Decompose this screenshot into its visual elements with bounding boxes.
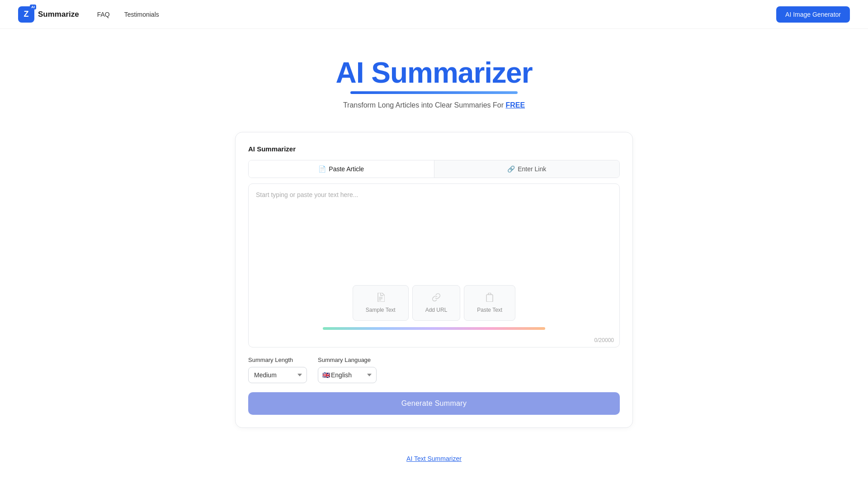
navbar: Z AI Summarize FAQ Testimonials AI Image… xyxy=(0,0,868,29)
card-title: AI Summarizer xyxy=(248,145,620,153)
hero-free-link[interactable]: FREE xyxy=(505,101,525,109)
text-input-area: Sample Text Add URL Past xyxy=(248,183,620,347)
nav-testimonials[interactable]: Testimonials xyxy=(124,11,159,18)
summary-language-label: Summary Language xyxy=(318,357,377,363)
article-textarea[interactable] xyxy=(249,184,619,283)
sample-text-button[interactable]: Sample Text xyxy=(353,285,409,321)
logo-icon: Z AI xyxy=(18,6,34,23)
add-url-button[interactable]: Add URL xyxy=(412,285,461,321)
link-icon: 🔗 xyxy=(507,165,515,173)
quick-actions-bar: Sample Text Add URL Past xyxy=(249,285,619,324)
summary-length-label: Summary Length xyxy=(248,357,307,363)
add-url-icon xyxy=(432,293,441,304)
paste-text-button[interactable]: Paste Text xyxy=(464,285,515,321)
color-decoration-bar xyxy=(323,327,545,330)
summary-language-group: Summary Language 🇬🇧 English Spanish Fren… xyxy=(318,357,377,383)
summarizer-card: AI Summarizer 📄 Paste Article 🔗 Enter Li… xyxy=(235,132,633,428)
logo-letter: Z xyxy=(24,9,29,19)
svg-rect-3 xyxy=(486,295,493,302)
logo-link[interactable]: Z AI Summarize xyxy=(18,6,79,23)
settings-row: Summary Length Short Medium Long Summary… xyxy=(248,357,620,383)
paste-text-icon xyxy=(486,293,494,304)
ai-image-generator-button[interactable]: AI Image Generator xyxy=(776,6,850,23)
nav-faq[interactable]: FAQ xyxy=(97,11,110,18)
input-tabs: 📄 Paste Article 🔗 Enter Link xyxy=(248,160,620,178)
summary-length-group: Summary Length Short Medium Long xyxy=(248,357,307,383)
summary-length-select[interactable]: Short Medium Long xyxy=(248,367,307,383)
hero-subtitle: Transform Long Articles into Clear Summa… xyxy=(9,101,859,109)
footer-link-section: AI Text Summarizer xyxy=(0,446,868,471)
generate-summary-button[interactable]: Generate Summary xyxy=(248,392,620,415)
footer-summarizer-link[interactable]: AI Text Summarizer xyxy=(406,455,462,462)
summary-language-select[interactable]: English Spanish French German xyxy=(318,367,377,383)
tab-paste-article[interactable]: 📄 Paste Article xyxy=(249,160,434,178)
char-count: 0/20000 xyxy=(249,334,619,347)
nav-links: FAQ Testimonials xyxy=(97,11,776,18)
tab-enter-link[interactable]: 🔗 Enter Link xyxy=(434,160,620,178)
logo-text: Summarize xyxy=(38,10,79,19)
hero-section: AI Summarizer Transform Long Articles in… xyxy=(0,29,868,123)
sample-text-icon xyxy=(377,293,385,304)
language-select-wrapper: 🇬🇧 English Spanish French German xyxy=(318,367,377,383)
hero-title: AI Summarizer xyxy=(335,56,532,94)
doc-icon: 📄 xyxy=(318,165,326,173)
logo-badge: AI xyxy=(30,5,36,9)
